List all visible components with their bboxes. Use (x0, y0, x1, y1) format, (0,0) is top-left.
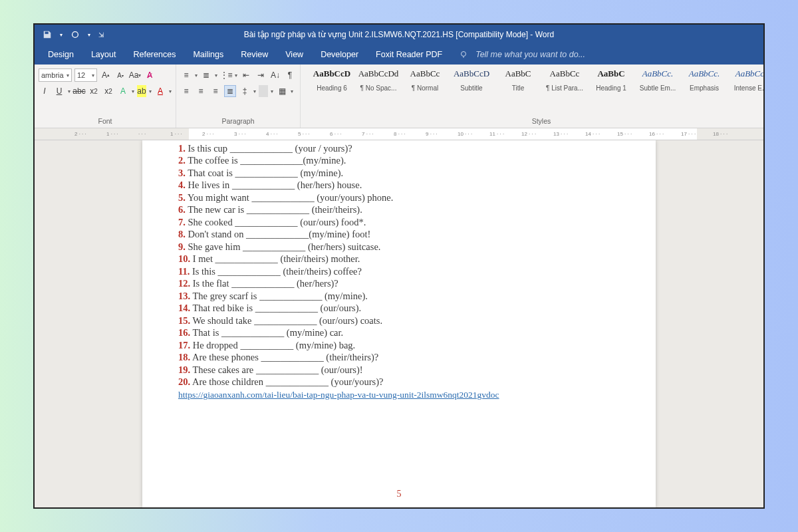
question-line[interactable]: 9. She gave him _____________ (her/hers)… (178, 241, 629, 253)
style-item[interactable]: AaBbCHeading 1 (589, 68, 633, 92)
question-line[interactable]: 12. Is the flat _____________ (her/hers)… (178, 278, 629, 289)
font-color-icon[interactable]: A (154, 85, 166, 97)
strike-button[interactable]: abc (73, 85, 85, 97)
shrink-font-icon[interactable]: A▾ (114, 69, 126, 81)
numbering-icon[interactable]: ≣ (200, 69, 212, 81)
align-right-icon[interactable]: ≡ (209, 85, 221, 97)
question-line[interactable]: 11. Is this _____________ (their/theirs)… (178, 266, 629, 277)
touch-mode-icon[interactable] (70, 30, 80, 39)
tab-layout[interactable]: Layout (91, 50, 116, 59)
multilevel-icon[interactable]: ⋮≡ (220, 69, 232, 81)
question-line[interactable]: 5. You might want _____________ (your/yo… (178, 192, 629, 203)
svg-point-1 (72, 32, 78, 38)
lightbulb-icon (460, 51, 467, 59)
tab-review[interactable]: Review (241, 50, 268, 59)
justify-icon[interactable]: ≣ (224, 85, 236, 97)
page[interactable]: 1. Is this cup _____________ (your / you… (142, 140, 656, 507)
tab-references[interactable]: References (133, 50, 176, 59)
decrease-indent-icon[interactable]: ⇤ (240, 69, 252, 81)
save-icon[interactable] (43, 30, 52, 39)
shading-icon[interactable] (259, 85, 268, 97)
tab-design[interactable]: Design (48, 50, 74, 59)
question-line[interactable]: 16. That is _____________ (my/mine) car. (178, 327, 629, 338)
increase-indent-icon[interactable]: ⇥ (255, 69, 267, 81)
line-spacing-icon[interactable]: ‡ (239, 85, 251, 97)
font-size-select[interactable]: 12▾ (74, 68, 97, 82)
style-item[interactable]: AaBbCc.Emphasis (682, 68, 726, 92)
tab-mailings[interactable]: Mailings (193, 50, 223, 59)
italic-button[interactable]: I (39, 85, 51, 97)
style-item[interactable]: AaBbCcDHeading 6 (310, 68, 354, 92)
style-item[interactable]: AaBbCcDSubtitle (450, 68, 493, 92)
styles-gallery[interactable]: AaBbCcDHeading 6AaBbCcDd¶ No Spac...AaBb… (305, 67, 765, 93)
text-effects-icon[interactable]: A (117, 85, 129, 97)
question-line[interactable]: 3. That coat is _____________ (my/mine). (178, 168, 629, 179)
style-item[interactable]: AaBbCc.Subtle Em... (636, 68, 680, 92)
tab-developer[interactable]: Developer (321, 50, 358, 59)
align-center-icon[interactable]: ≡ (195, 85, 207, 97)
align-left-icon[interactable]: ≡ (180, 85, 192, 97)
question-line[interactable]: 19. These cakes are _____________ (our/o… (178, 364, 629, 376)
question-line[interactable]: 15. We should take _____________ (our/ou… (178, 315, 629, 327)
question-line[interactable]: 1. Is this cup _____________ (your / you… (178, 143, 629, 154)
tab-view[interactable]: View (285, 50, 303, 59)
group-styles: AaBbCcDHeading 6AaBbCcDd¶ No Spac...AaBb… (301, 65, 765, 128)
hyperlink[interactable]: https://giaoanxanh.com/tai-lieu/bai-tap-… (178, 390, 499, 400)
ruler[interactable]: 2 · · ·1 · · · · · ·1 · · ·2 · · ·3 · · … (35, 128, 763, 140)
page-number: 5 (142, 489, 656, 499)
question-line[interactable]: 13. The grey scarf is _____________ (my/… (178, 291, 629, 302)
style-item[interactable]: AaBbCc.Intense E... (729, 68, 765, 92)
group-font: ambria▾ 12▾ A▴ A▾ Aa▾ A̷ I U▾ abc x2 x2 … (35, 65, 176, 128)
ribbon: ambria▾ 12▾ A▴ A▾ Aa▾ A̷ I U▾ abc x2 x2 … (35, 65, 763, 128)
question-line[interactable]: 20. Are those children _____________ (yo… (178, 376, 629, 388)
question-line[interactable]: 14. That red bike is _____________ (our/… (178, 303, 629, 314)
bullets-icon[interactable]: ≡ (180, 69, 192, 81)
highlight-icon[interactable]: ab (137, 85, 146, 97)
window-title: Bài tập ngữ pháp và từ vựng Unit 2.ILSMW… (35, 30, 763, 39)
subscript-button[interactable]: x2 (88, 85, 100, 97)
group-paragraph: ≡▾ ≣▾ ⋮≡▾ ⇤ ⇥ A↓ ¶ ≡ ≡ ≡ ≣ ‡▾ ▾ ▦▾ Parag… (176, 65, 301, 128)
change-case-icon[interactable]: Aa▾ (129, 69, 141, 81)
question-line[interactable]: 4. He lives in _____________ (her/hers) … (178, 180, 629, 191)
question-line[interactable]: 2. The coffee is _____________(my/mine). (178, 155, 629, 166)
sort-icon[interactable]: A↓ (269, 69, 281, 81)
group-paragraph-label: Paragraph (180, 117, 296, 126)
question-line[interactable]: 6. The new car is _____________ (their/t… (178, 204, 629, 215)
quick-access-toolbar: ▾ ▾ ⇲ (35, 30, 104, 39)
underline-button[interactable]: U (53, 85, 65, 97)
svg-point-2 (462, 52, 466, 57)
style-item[interactable]: AaBbCc¶ Normal (403, 68, 447, 92)
clear-format-icon[interactable]: A̷ (144, 69, 156, 81)
tell-me[interactable]: Tell me what you want to do... (460, 50, 585, 59)
qat-dropdown2-icon[interactable]: ▾ (88, 32, 90, 38)
group-styles-label: Styles (305, 117, 765, 126)
style-item[interactable]: AaBbCTitle (496, 68, 540, 92)
qat-dropdown-icon[interactable]: ▾ (60, 32, 63, 38)
ribbon-tabs: Design Layout References Mailings Review… (35, 45, 763, 65)
question-line[interactable]: 8. Don't stand on _____________(my/mine)… (178, 229, 629, 240)
question-line[interactable]: 7. She cooked _____________ (our/ours) f… (178, 217, 629, 228)
borders-icon[interactable]: ▦ (276, 85, 288, 97)
question-line[interactable]: 17. He dropped ___________ (my/mine) bag… (178, 340, 629, 351)
title-bar: ▾ ▾ ⇲ Bài tập ngữ pháp và từ vựng Unit 2… (35, 25, 763, 45)
qat-overflow-icon[interactable]: ⇲ (98, 31, 104, 39)
word-window: ▾ ▾ ⇲ Bài tập ngữ pháp và từ vựng Unit 2… (33, 23, 765, 509)
style-item[interactable]: AaBbCcDd¶ No Spac... (356, 68, 400, 92)
svg-rect-0 (45, 32, 49, 35)
style-item[interactable]: AaBbCc¶ List Para... (543, 68, 587, 92)
grow-font-icon[interactable]: A▴ (100, 69, 112, 81)
superscript-button[interactable]: x2 (102, 85, 114, 97)
question-line[interactable]: 18. Are these phones _____________ (thei… (178, 352, 629, 363)
tab-foxit[interactable]: Foxit Reader PDF (376, 50, 442, 59)
question-line[interactable]: 10. I met _____________ (their/theirs) m… (178, 253, 629, 265)
show-marks-icon[interactable]: ¶ (284, 69, 296, 81)
document-area[interactable]: 1. Is this cup _____________ (your / you… (35, 140, 763, 507)
font-name-select[interactable]: ambria▾ (39, 68, 72, 82)
group-font-label: Font (39, 117, 172, 126)
